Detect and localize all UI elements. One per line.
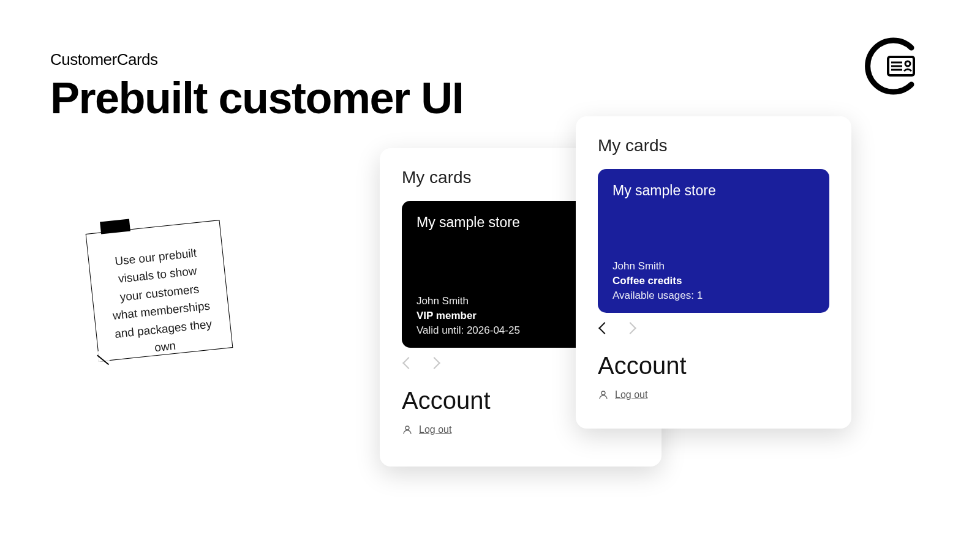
prev-card-button[interactable] (600, 324, 609, 335)
logo-icon (858, 36, 919, 97)
card-available-usages: Available usages: 1 (612, 290, 815, 302)
membership-card-coffee[interactable]: My sample store John Smith Coffee credit… (598, 169, 829, 313)
customer-panel-b: My cards My sample store John Smith Coff… (576, 116, 851, 429)
logout-link[interactable]: Log out (598, 389, 829, 400)
card-package-label: Coffee credits (612, 275, 815, 287)
logout-label: Log out (419, 424, 451, 435)
user-icon (598, 389, 609, 400)
next-card-button[interactable] (430, 359, 439, 370)
logout-label: Log out (615, 389, 647, 400)
next-card-button[interactable] (626, 324, 635, 335)
section-title-mycards: My cards (598, 136, 829, 156)
brand-logo (858, 36, 919, 99)
chevron-left-icon (598, 322, 611, 334)
chevron-right-icon (624, 322, 636, 334)
brand-name: CustomerCards (50, 50, 463, 69)
prev-card-button[interactable] (404, 359, 413, 370)
svg-point-6 (601, 391, 605, 395)
account-heading: Account (598, 352, 829, 380)
account-section: Account Log out (598, 352, 829, 400)
card-customer-name: John Smith (612, 260, 815, 272)
note-body: Use our prebuilt visuals to show your cu… (86, 220, 233, 362)
chevron-right-icon (428, 357, 440, 369)
card-pager (598, 324, 829, 335)
card-store-name: My sample store (612, 182, 815, 199)
chevron-left-icon (402, 357, 415, 369)
sticky-note: Use our prebuilt visuals to show your cu… (92, 220, 239, 361)
user-icon (402, 424, 413, 435)
svg-point-4 (905, 61, 910, 66)
svg-point-5 (405, 426, 409, 430)
note-text: Use our prebuilt visuals to show your cu… (112, 246, 213, 354)
page-header: CustomerCards Prebuilt customer UI (50, 50, 463, 123)
page-title: Prebuilt customer UI (50, 73, 463, 123)
